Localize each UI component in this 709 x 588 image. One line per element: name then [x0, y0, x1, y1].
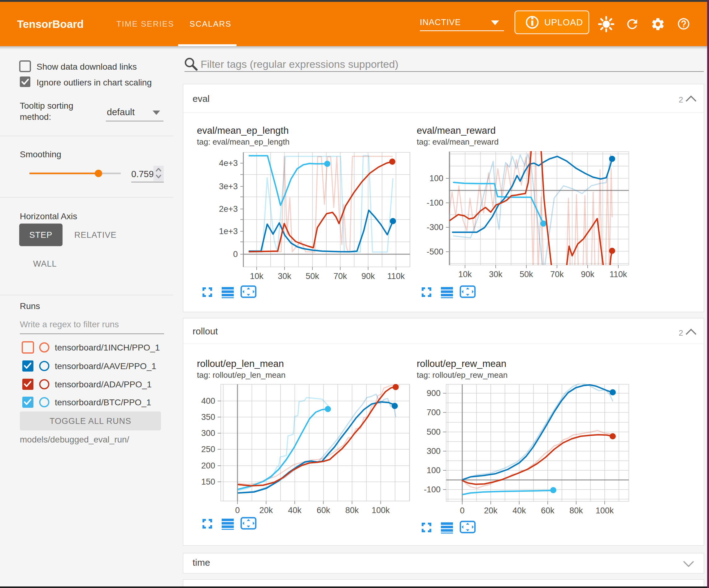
svg-text:Show data download links: Show data download links	[36, 62, 137, 72]
svg-text:Ignore outliers in chart scali: Ignore outliers in chart scaling	[36, 78, 152, 87]
svg-text:100k: 100k	[596, 506, 614, 515]
svg-text:tag: eval/mean_reward: tag: eval/mean_reward	[417, 137, 498, 147]
svg-text:UPLOAD: UPLOAD	[544, 17, 583, 27]
svg-text:tensorboard/BTC/PPO_1: tensorboard/BTC/PPO_1	[55, 398, 151, 407]
svg-text:-500: -500	[427, 247, 443, 256]
svg-text:50k: 50k	[306, 272, 319, 281]
svg-text:Smoothing: Smoothing	[20, 150, 61, 159]
svg-text:70k: 70k	[550, 270, 564, 279]
svg-text:eval/mean_ep_length: eval/mean_ep_length	[197, 125, 289, 136]
svg-text:3e+3: 3e+3	[219, 182, 238, 191]
svg-text:900: 900	[427, 389, 441, 398]
svg-text:300: 300	[427, 446, 441, 456]
svg-text:-100: -100	[427, 198, 443, 207]
svg-text:models/debugged_eval_run/: models/debugged_eval_run/	[20, 435, 129, 444]
svg-text:0: 0	[235, 506, 240, 515]
svg-text:tensorboard/AAVE/PPO_1: tensorboard/AAVE/PPO_1	[55, 361, 156, 371]
svg-text:rollout/ep_len_mean: rollout/ep_len_mean	[197, 358, 284, 369]
svg-text:80k: 80k	[345, 506, 359, 515]
svg-text:60k: 60k	[541, 506, 554, 515]
svg-text:Write a regex to filter runs: Write a regex to filter runs	[20, 319, 119, 329]
svg-text:Horizontal Axis: Horizontal Axis	[20, 211, 77, 221]
svg-text:2e+3: 2e+3	[219, 204, 238, 214]
svg-text:eval/mean_reward: eval/mean_reward	[417, 125, 496, 136]
svg-text:2: 2	[679, 328, 683, 337]
svg-text:TensorBoard: TensorBoard	[17, 18, 84, 30]
svg-text:RELATIVE: RELATIVE	[74, 230, 117, 240]
svg-text:-300: -300	[427, 223, 443, 232]
svg-text:20k: 20k	[259, 506, 273, 515]
svg-text:0: 0	[233, 250, 238, 259]
svg-text:80k: 80k	[569, 506, 583, 515]
svg-text:tag: eval/mean_ep_length: tag: eval/mean_ep_length	[197, 137, 289, 147]
svg-text:350: 350	[201, 412, 215, 422]
svg-text:tag: rollout/ep_len_mean: tag: rollout/ep_len_mean	[197, 370, 286, 380]
svg-text:SCALARS: SCALARS	[189, 19, 231, 28]
svg-text:100k: 100k	[371, 506, 390, 515]
svg-text:TIME SERIES: TIME SERIES	[116, 19, 174, 28]
svg-text:tensorboard/ADA/PPO_1: tensorboard/ADA/PPO_1	[55, 380, 152, 389]
svg-text:1e+3: 1e+3	[219, 227, 238, 236]
svg-text:10k: 10k	[458, 270, 472, 279]
svg-text:500: 500	[427, 427, 441, 437]
svg-text:150: 150	[201, 477, 215, 486]
svg-text:60k: 60k	[317, 506, 330, 515]
svg-text:INACTIVE: INACTIVE	[420, 18, 461, 27]
svg-text:50k: 50k	[520, 270, 533, 279]
svg-text:90k: 90k	[581, 270, 595, 279]
svg-text:100: 100	[427, 466, 441, 475]
svg-text:2: 2	[679, 95, 683, 104]
svg-text:40k: 40k	[513, 506, 526, 515]
svg-text:400: 400	[201, 397, 215, 406]
svg-text:20k: 20k	[484, 506, 498, 515]
svg-text:rollout/ep_rew_mean: rollout/ep_rew_mean	[417, 358, 506, 369]
svg-text:300: 300	[201, 429, 215, 438]
svg-text:Runs: Runs	[20, 301, 40, 311]
svg-text:-100: -100	[424, 485, 441, 494]
svg-text:tensorboard/1INCH/PPO_1: tensorboard/1INCH/PPO_1	[55, 343, 160, 352]
svg-text:70k: 70k	[334, 272, 347, 281]
svg-text:WALL: WALL	[33, 259, 57, 269]
svg-text:30k: 30k	[489, 270, 502, 279]
svg-text:40k: 40k	[288, 506, 301, 515]
svg-text:Tooltip sorting: Tooltip sorting	[20, 101, 73, 110]
svg-text:110k: 110k	[387, 272, 405, 281]
svg-text:10k: 10k	[250, 272, 263, 281]
svg-text:110k: 110k	[610, 270, 627, 279]
svg-text:0: 0	[460, 506, 465, 515]
svg-text:90k: 90k	[361, 272, 375, 281]
svg-text:tag: rollout/ep_rew_mean: tag: rollout/ep_rew_mean	[417, 370, 507, 380]
svg-text:100: 100	[429, 174, 443, 183]
svg-text:30k: 30k	[278, 272, 291, 281]
svg-text:method:: method:	[20, 112, 51, 122]
svg-text:200: 200	[201, 461, 215, 470]
svg-text:TOGGLE ALL RUNS: TOGGLE ALL RUNS	[50, 416, 131, 426]
svg-text:700: 700	[427, 408, 441, 417]
svg-text:STEP: STEP	[29, 230, 53, 240]
svg-text:Filter tags (regular expressio: Filter tags (regular expressions support…	[201, 58, 398, 70]
svg-text:default: default	[107, 107, 135, 117]
svg-text:250: 250	[201, 445, 215, 454]
svg-text:0.759: 0.759	[131, 169, 154, 179]
svg-text:4e+3: 4e+3	[219, 158, 238, 168]
